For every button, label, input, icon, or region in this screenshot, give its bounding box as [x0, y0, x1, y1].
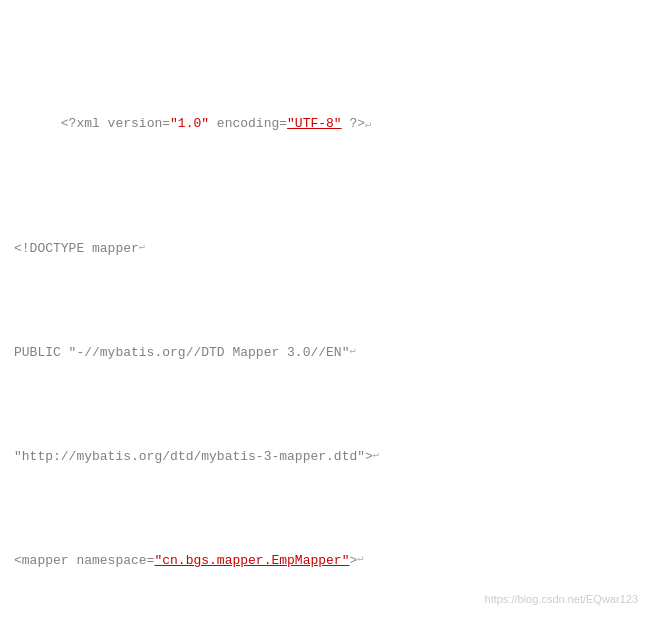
encoding-val: "UTF-8" [287, 116, 342, 131]
mapper-tag-open: <mapper namespace= [14, 551, 154, 572]
namespace-val: "cn.bgs.mapper.EmpMapper" [154, 551, 349, 572]
version-val: "1.0" [170, 116, 209, 131]
line-mapper-open: <mapper namespace="cn.bgs.mapper.EmpMapp… [14, 551, 634, 572]
code-block: <?xml version="1.0" encoding="UTF-8" ?>↵… [14, 10, 634, 619]
line-doctype: <!DOCTYPE mapper↵ [14, 239, 634, 260]
arrow-5: ↵ [357, 551, 363, 567]
xml-prolog: <?xml version= [61, 116, 170, 131]
line-dtd-url: "http://mybatis.org/dtd/mybatis-3-mapper… [14, 447, 634, 468]
xml-close: ?> [342, 116, 365, 131]
line-public: PUBLIC "-//mybatis.org//DTD Mapper 3.0//… [14, 343, 634, 364]
public-text: PUBLIC "-//mybatis.org//DTD Mapper 3.0//… [14, 343, 349, 364]
dtd-url: "http://mybatis.org/dtd/mybatis-3-mapper… [14, 447, 373, 468]
arrow-1: ↵ [365, 119, 371, 130]
encoding-attr: encoding= [209, 116, 287, 131]
arrow-4: ↵ [373, 447, 379, 463]
arrow-3: ↵ [349, 343, 355, 359]
arrow-2: ↵ [139, 239, 145, 255]
watermark: https://blog.csdn.net/EQwar123 [485, 591, 638, 609]
mapper-close-bracket: > [349, 551, 357, 572]
line-xml-declaration: <?xml version="1.0" encoding="UTF-8" ?>↵ [14, 93, 634, 155]
doctype-text: <!DOCTYPE mapper [14, 239, 139, 260]
